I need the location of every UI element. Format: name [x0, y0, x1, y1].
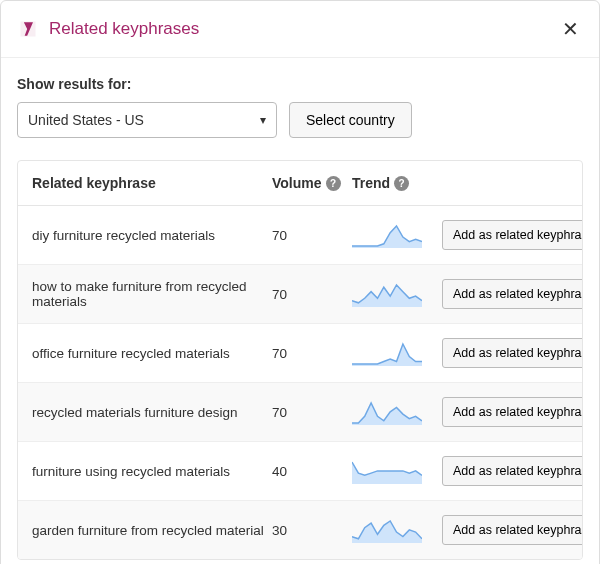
trend-sparkline: [352, 222, 442, 248]
table-row: furniture using recycled materials40Add …: [18, 442, 582, 501]
table-row: garden furniture from recycled material3…: [18, 501, 582, 559]
country-select[interactable]: United States - US ▾: [17, 102, 277, 138]
volume-cell: 70: [272, 346, 352, 361]
add-keyphrase-button[interactable]: Add as related keyphrase: [442, 456, 583, 486]
close-icon: ✕: [562, 18, 579, 40]
keyphrase-cell: recycled materials furniture design: [32, 405, 272, 420]
volume-cell: 70: [272, 287, 352, 302]
volume-cell: 70: [272, 228, 352, 243]
keyphrase-cell: diy furniture recycled materials: [32, 228, 272, 243]
keyphrase-cell: furniture using recycled materials: [32, 464, 272, 479]
keyphrase-table: Related keyphrase Volume ? Trend ? diy f…: [17, 160, 583, 560]
keyphrase-cell: garden furniture from recycled material: [32, 523, 272, 538]
table-row: recycled materials furniture design70Add…: [18, 383, 582, 442]
close-button[interactable]: ✕: [558, 15, 583, 43]
country-select-value: United States - US: [28, 112, 144, 128]
yoast-icon: [17, 18, 39, 40]
trend-sparkline: [352, 281, 442, 307]
volume-cell: 30: [272, 523, 352, 538]
trend-sparkline: [352, 340, 442, 366]
keyphrase-cell: office furniture recycled materials: [32, 346, 272, 361]
help-icon[interactable]: ?: [394, 176, 409, 191]
col-header-volume: Volume ?: [272, 175, 352, 191]
table-row: office furniture recycled materials70Add…: [18, 324, 582, 383]
trend-sparkline: [352, 517, 442, 543]
col-header-keyphrase: Related keyphrase: [32, 175, 272, 191]
country-filter-row: United States - US ▾ Select country: [17, 102, 583, 138]
add-keyphrase-button[interactable]: Add as related keyphrase: [442, 397, 583, 427]
trend-sparkline: [352, 458, 442, 484]
add-keyphrase-button[interactable]: Add as related keyphrase: [442, 279, 583, 309]
table-header: Related keyphrase Volume ? Trend ?: [18, 161, 582, 206]
keyphrase-cell: how to make furniture from recycled mate…: [32, 279, 272, 309]
modal-header-left: Related keyphrases: [17, 18, 199, 40]
help-icon[interactable]: ?: [326, 176, 341, 191]
table-row: how to make furniture from recycled mate…: [18, 265, 582, 324]
add-keyphrase-button[interactable]: Add as related keyphrase: [442, 220, 583, 250]
add-keyphrase-button[interactable]: Add as related keyphrase: [442, 338, 583, 368]
add-keyphrase-button[interactable]: Add as related keyphrase: [442, 515, 583, 545]
modal-title: Related keyphrases: [49, 19, 199, 39]
modal-header: Related keyphrases ✕: [1, 1, 599, 58]
select-country-button[interactable]: Select country: [289, 102, 412, 138]
volume-cell: 40: [272, 464, 352, 479]
modal-body: Show results for: United States - US ▾ S…: [1, 58, 599, 564]
trend-sparkline: [352, 399, 442, 425]
table-row: diy furniture recycled materials70Add as…: [18, 206, 582, 265]
related-keyphrases-modal: Related keyphrases ✕ Show results for: U…: [0, 0, 600, 564]
show-results-label: Show results for:: [17, 76, 583, 92]
chevron-down-icon: ▾: [260, 113, 266, 127]
volume-cell: 70: [272, 405, 352, 420]
col-header-trend: Trend ?: [352, 175, 442, 191]
